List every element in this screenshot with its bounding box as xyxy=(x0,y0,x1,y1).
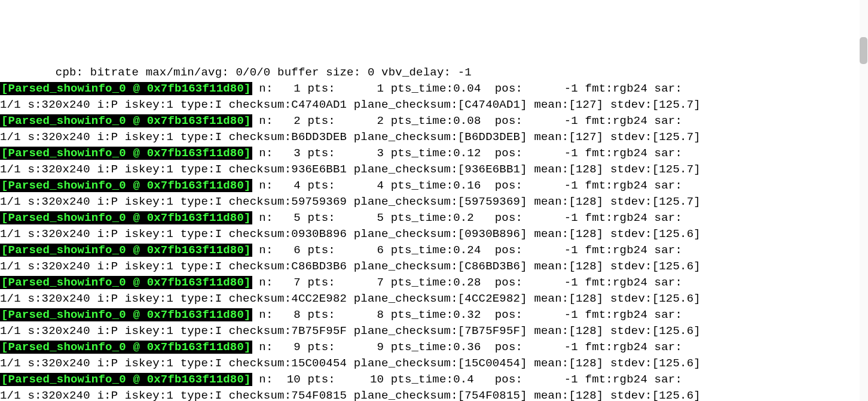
plane-checksum: 936E6BB1 xyxy=(464,163,520,176)
plane-checksum: B6DD3DEB xyxy=(464,130,520,144)
mean: 127 xyxy=(576,130,597,144)
mean: 128 xyxy=(576,227,597,241)
stdev: 125.7 xyxy=(659,130,693,144)
mean: 128 xyxy=(576,260,597,273)
mean: 128 xyxy=(576,357,597,370)
plane-checksum: 7B75F95F xyxy=(464,324,520,338)
frame-line-top: [Parsed_showinfo_0 @ 0x7fb163f11d80] n: … xyxy=(0,339,868,356)
checksum: C4740AD1 xyxy=(291,98,347,111)
frame-line-top: [Parsed_showinfo_0 @ 0x7fb163f11d80] n: … xyxy=(0,307,868,323)
plane-checksum: 59759369 xyxy=(464,195,520,208)
mean: 128 xyxy=(576,389,597,401)
checksum: 15C00454 xyxy=(291,357,347,370)
checksum: 7B75F95F xyxy=(291,324,347,338)
checksum: 4CC2E982 xyxy=(291,292,347,305)
checksum: C86BD3B6 xyxy=(291,260,347,273)
stdev: 125.7 xyxy=(659,163,693,176)
frame-line-bottom: 1/1 s:320x240 i:P iskey:1 type:I checksu… xyxy=(0,97,868,113)
frame-line-top: [Parsed_showinfo_0 @ 0x7fb163f11d80] n: … xyxy=(0,210,868,226)
mean: 128 xyxy=(576,195,597,208)
showinfo-tag: [Parsed_showinfo_0 @ 0x7fb163f11d80] xyxy=(0,373,252,386)
frame-line-bottom: 1/1 s:320x240 i:P iskey:1 type:I checksu… xyxy=(0,129,868,145)
checksum: B6DD3DEB xyxy=(291,130,347,144)
mean: 128 xyxy=(576,163,597,176)
frame-line-bottom: 1/1 s:320x240 i:P iskey:1 type:I checksu… xyxy=(0,194,868,210)
showinfo-tag: [Parsed_showinfo_0 @ 0x7fb163f11d80] xyxy=(0,179,252,192)
mean: 127 xyxy=(576,98,597,111)
frame-line-top: [Parsed_showinfo_0 @ 0x7fb163f11d80] n: … xyxy=(0,81,868,97)
mean: 128 xyxy=(576,292,597,305)
stdev: 125.6 xyxy=(659,324,693,338)
showinfo-tag: [Parsed_showinfo_0 @ 0x7fb163f11d80] xyxy=(0,147,252,160)
checksum: 59759369 xyxy=(291,195,347,208)
showinfo-tag: [Parsed_showinfo_0 @ 0x7fb163f11d80] xyxy=(0,82,252,95)
frame-line-top: [Parsed_showinfo_0 @ 0x7fb163f11d80] n: … xyxy=(0,275,868,291)
showinfo-tag: [Parsed_showinfo_0 @ 0x7fb163f11d80] xyxy=(0,244,252,257)
frame-line-top: [Parsed_showinfo_0 @ 0x7fb163f11d80] n: … xyxy=(0,113,868,129)
stdev: 125.6 xyxy=(659,260,693,273)
stdev: 125.6 xyxy=(659,357,693,370)
showinfo-tag: [Parsed_showinfo_0 @ 0x7fb163f11d80] xyxy=(0,308,252,321)
stdev: 125.6 xyxy=(659,227,693,241)
frame-line-bottom: 1/1 s:320x240 i:P iskey:1 type:I checksu… xyxy=(0,323,868,339)
showinfo-tag: [Parsed_showinfo_0 @ 0x7fb163f11d80] xyxy=(0,341,252,354)
frame-line-top: [Parsed_showinfo_0 @ 0x7fb163f11d80] n: … xyxy=(0,145,868,162)
frame-line-bottom: 1/1 s:320x240 i:P iskey:1 type:I checksu… xyxy=(0,259,868,275)
frame-line-top: [Parsed_showinfo_0 @ 0x7fb163f11d80] n: … xyxy=(0,178,868,194)
checksum: 754F0815 xyxy=(291,389,347,401)
frame-line-bottom: 1/1 s:320x240 i:P iskey:1 type:I checksu… xyxy=(0,226,868,242)
scrollbar-track[interactable] xyxy=(860,0,868,401)
showinfo-tag: [Parsed_showinfo_0 @ 0x7fb163f11d80] xyxy=(0,276,252,289)
frame-line-bottom: 1/1 s:320x240 i:P iskey:1 type:I checksu… xyxy=(0,162,868,178)
stdev: 125.7 xyxy=(659,195,693,208)
stdev: 125.6 xyxy=(659,389,693,401)
plane-checksum: 4CC2E982 xyxy=(464,292,520,305)
plane-checksum: 754F0815 xyxy=(464,389,520,401)
frame-line-bottom: 1/1 s:320x240 i:P iskey:1 type:I checksu… xyxy=(0,291,868,307)
plane-checksum: C86BD3B6 xyxy=(464,260,520,273)
frame-line-top: [Parsed_showinfo_0 @ 0x7fb163f11d80] n: … xyxy=(0,372,868,388)
terminal-output: cpb: bitrate max/min/avg: 0/0/0 buffer s… xyxy=(0,65,868,401)
checksum: 0930B896 xyxy=(291,227,347,241)
frame-line-bottom: 1/1 s:320x240 i:P iskey:1 type:I checksu… xyxy=(0,356,868,372)
frame-line-bottom: 1/1 s:320x240 i:P iskey:1 type:I checksu… xyxy=(0,388,868,401)
stdev: 125.6 xyxy=(659,292,693,305)
showinfo-tag: [Parsed_showinfo_0 @ 0x7fb163f11d80] xyxy=(0,211,252,224)
mean: 128 xyxy=(576,324,597,338)
checksum: 936E6BB1 xyxy=(291,163,347,176)
frame-line-top: [Parsed_showinfo_0 @ 0x7fb163f11d80] n: … xyxy=(0,242,868,259)
showinfo-tag: [Parsed_showinfo_0 @ 0x7fb163f11d80] xyxy=(0,114,252,127)
plane-checksum: C4740AD1 xyxy=(464,98,520,111)
plane-checksum: 15C00454 xyxy=(464,357,520,370)
header-line: cpb: bitrate max/min/avg: 0/0/0 buffer s… xyxy=(0,65,868,81)
scrollbar-thumb[interactable] xyxy=(860,37,867,64)
plane-checksum: 0930B896 xyxy=(464,227,520,241)
stdev: 125.7 xyxy=(659,98,693,111)
